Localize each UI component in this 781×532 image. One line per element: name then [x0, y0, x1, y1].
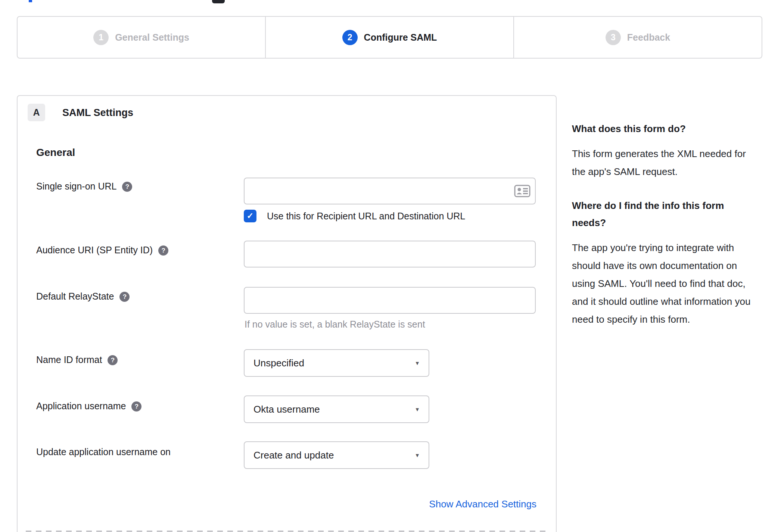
- step-number-badge: 3: [606, 30, 621, 45]
- step-label: Configure SAML: [364, 32, 437, 43]
- step-label: Feedback: [627, 32, 670, 43]
- help-icon[interactable]: ?: [119, 292, 130, 302]
- chevron-down-icon: ▾: [416, 359, 419, 367]
- recipient-url-checkbox[interactable]: ✓: [244, 210, 256, 222]
- help-icon[interactable]: ?: [122, 182, 132, 192]
- general-section-heading: General: [36, 147, 75, 159]
- application-username-label: Application username ?: [36, 401, 230, 411]
- update-app-username-label: Update application username on: [36, 447, 230, 457]
- application-username-select[interactable]: Okta username ▾: [244, 395, 429, 423]
- check-icon: ✓: [247, 211, 253, 221]
- sidebar-question-2: Where do I find the info this form needs…: [572, 197, 759, 231]
- wizard-stepper: 1 General Settings 2 Configure SAML 3 Fe…: [17, 16, 762, 59]
- clipped-header-accent: [29, 0, 32, 2]
- section-a-badge: A: [28, 104, 45, 121]
- selected-value: Create and update: [253, 450, 334, 461]
- selected-value: Unspecified: [253, 357, 304, 369]
- audience-uri-input[interactable]: [244, 241, 536, 267]
- step-configure-saml[interactable]: 2 Configure SAML: [265, 17, 513, 58]
- sidebar-answer-2: The app you're trying to integrate with …: [572, 239, 759, 328]
- recipient-url-checkbox-label: Use this for Recipient URL and Destinati…: [267, 210, 465, 222]
- sidebar-answer-1: This form generates the XML needed for t…: [572, 145, 759, 181]
- panel-title: SAML Settings: [62, 107, 133, 119]
- selected-value: Okta username: [253, 404, 320, 415]
- chevron-down-icon: ▾: [416, 451, 419, 459]
- name-id-format-select[interactable]: Unspecified ▾: [244, 349, 429, 377]
- default-relaystate-input[interactable]: [244, 287, 536, 314]
- audience-uri-label: Audience URI (SP Entity ID) ?: [36, 245, 230, 256]
- update-app-username-select[interactable]: Create and update ▾: [244, 441, 429, 469]
- sso-url-label: Single sign-on URL ?: [36, 181, 230, 192]
- step-number-badge: 1: [93, 30, 109, 45]
- relaystate-hint: If no value is set, a blank RelayState i…: [245, 319, 425, 330]
- clipped-header-element: [212, 0, 225, 3]
- step-label: General Settings: [115, 32, 189, 43]
- chevron-down-icon: ▾: [416, 406, 419, 413]
- sidebar-question-1: What does this form do?: [572, 120, 759, 137]
- help-icon[interactable]: ?: [158, 245, 168, 256]
- sso-url-input[interactable]: [244, 178, 536, 204]
- default-relaystate-label: Default RelayState ?: [36, 291, 230, 302]
- help-sidebar: What does this form do? This form genera…: [572, 120, 759, 328]
- step-number-badge: 2: [342, 30, 358, 45]
- saml-settings-panel: A SAML Settings General Single sign-on U…: [17, 95, 557, 532]
- dashed-section-divider: [26, 531, 548, 532]
- show-advanced-settings-link[interactable]: Show Advanced Settings: [244, 498, 536, 510]
- name-id-format-label: Name ID format ?: [36, 354, 230, 365]
- step-general-settings[interactable]: 1 General Settings: [18, 17, 265, 58]
- help-icon[interactable]: ?: [131, 401, 141, 411]
- help-icon[interactable]: ?: [108, 355, 118, 365]
- step-feedback[interactable]: 3 Feedback: [513, 17, 762, 58]
